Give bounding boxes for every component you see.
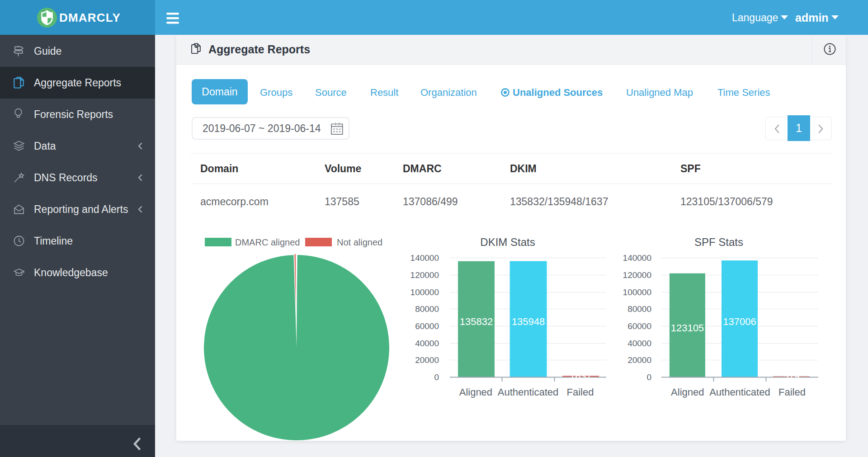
svg-text:Aligned: Aligned [671, 386, 704, 398]
svg-text:40000: 40000 [415, 339, 439, 348]
svg-text:579: 579 [783, 371, 800, 382]
svg-text:120000: 120000 [623, 270, 651, 280]
svg-text:100000: 100000 [623, 287, 651, 297]
svg-text:140000: 140000 [410, 253, 439, 263]
svg-text:137006: 137006 [723, 316, 756, 327]
svg-text:DMARC aligned: DMARC aligned [235, 237, 300, 247]
svg-text:120000: 120000 [410, 270, 439, 280]
svg-text:Not aligned: Not aligned [337, 237, 382, 247]
svg-text:Authenticated: Authenticated [709, 386, 770, 398]
svg-text:Aligned: Aligned [459, 386, 492, 398]
svg-text:1637: 1637 [570, 371, 592, 382]
svg-text:60000: 60000 [415, 321, 439, 331]
svg-text:20000: 20000 [415, 355, 439, 365]
svg-text:80000: 80000 [627, 304, 651, 314]
svg-text:SPF Stats: SPF Stats [694, 236, 743, 248]
svg-text:0: 0 [434, 372, 439, 382]
svg-text:0: 0 [646, 372, 651, 382]
svg-text:135832: 135832 [460, 316, 493, 327]
svg-text:60000: 60000 [627, 321, 651, 331]
svg-text:80000: 80000 [415, 304, 439, 314]
svg-text:Failed: Failed [778, 386, 806, 398]
svg-text:DKIM Stats: DKIM Stats [480, 236, 535, 248]
svg-text:40000: 40000 [627, 339, 651, 348]
svg-text:140000: 140000 [623, 253, 651, 263]
svg-text:100000: 100000 [410, 287, 439, 297]
svg-text:123105: 123105 [671, 322, 704, 334]
svg-text:Failed: Failed [567, 386, 594, 398]
svg-text:20000: 20000 [627, 355, 651, 365]
svg-text:135948: 135948 [512, 316, 545, 327]
svg-text:Authenticated: Authenticated [498, 386, 559, 398]
